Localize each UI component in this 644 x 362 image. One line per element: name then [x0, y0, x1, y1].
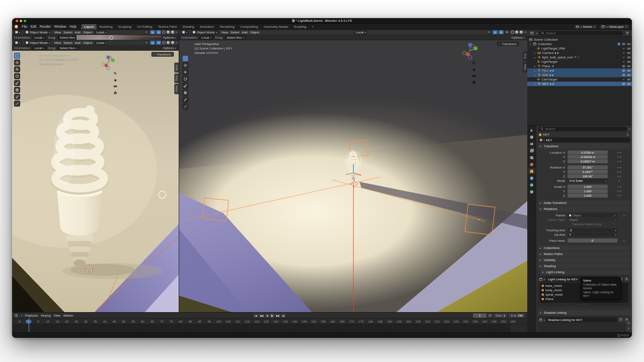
menu-view[interactable]: View — [54, 31, 61, 34]
outliner-row-light-bulb-spiral-root[interactable]: ▸ light_bulb_spiral_root 1 — [527, 55, 632, 60]
orientation-value-dropdown[interactable]: Local▾ — [32, 46, 46, 50]
camera-visibility-icon[interactable] — [627, 64, 631, 68]
camera-visibility-icon[interactable] — [627, 60, 631, 64]
frame-tick[interactable]: 10 — [43, 320, 53, 323]
frame-tick[interactable]: 145 — [299, 320, 309, 323]
frame-tick[interactable]: 85 — [186, 320, 195, 323]
camera-visibility-icon[interactable] — [627, 56, 631, 59]
panel-collections[interactable]: ▸Collections — [538, 245, 630, 251]
pivot-point-button[interactable]: ⊙ — [487, 30, 491, 34]
cursor-tool[interactable] — [182, 62, 188, 68]
shading-wireframe-button[interactable] — [162, 41, 165, 44]
outliner-row-scene-collection[interactable]: Scene Collection — [527, 37, 632, 42]
clock-icon[interactable] — [14, 314, 18, 317]
frame-tick[interactable]: 210 — [423, 320, 433, 323]
rotation-mode-dropdown[interactable]: XYZ Euler▾ — [568, 179, 608, 183]
frame-tick[interactable]: 240 — [480, 320, 489, 323]
current-frame-field[interactable]: 1 — [473, 313, 487, 318]
frame-tick[interactable]: 140 — [290, 320, 299, 323]
shading-rendered-button[interactable] — [175, 32, 178, 33]
camera-visibility-icon[interactable] — [627, 82, 631, 86]
outliner-search[interactable] — [539, 31, 623, 35]
expand-caret[interactable]: ▸ — [533, 65, 536, 68]
editor-type-button[interactable]: ▾ — [181, 30, 189, 35]
eye-closed-icon[interactable] — [622, 51, 625, 55]
eye-icon[interactable] — [622, 69, 625, 72]
viewport-left-canvas[interactable]: Camera Perspective (1) Scene Collection … — [12, 51, 179, 312]
panel-delta-transform[interactable]: ▸Delta Transform — [538, 200, 630, 206]
frame-tick[interactable]: 80 — [176, 320, 186, 323]
tab-output[interactable] — [528, 141, 535, 147]
frame-tick[interactable]: 115 — [242, 320, 252, 323]
location-z-field[interactable]: 0.15927 m — [568, 159, 608, 163]
properties-search[interactable] — [538, 127, 627, 131]
duplicate-collection-button[interactable]: ❐ — [618, 317, 623, 322]
pin-icon[interactable]: ◎ — [626, 133, 629, 136]
viewlayer-selector[interactable]: ▾ ViewLayer ❐ — [599, 25, 630, 29]
tab-uv-editing[interactable]: UV Editing — [134, 24, 155, 29]
cursor-tool[interactable] — [14, 60, 20, 66]
expand-caret[interactable]: ▸ — [533, 82, 536, 85]
jump-to-start-button[interactable]: |◀ — [254, 313, 258, 318]
filter-options-icon[interactable]: ▾ — [629, 128, 630, 130]
mode-dropdown[interactable]: Object Mode▾ — [24, 30, 52, 35]
select-box-tool[interactable] — [182, 56, 188, 62]
menu-marker[interactable]: Marker — [63, 314, 73, 317]
shading-wireframe-button[interactable] — [511, 31, 514, 34]
mode-dropdown[interactable]: Object Mode▾ — [24, 41, 52, 45]
shading-wireframe-button[interactable] — [162, 31, 165, 34]
scale-z-field[interactable]: 1.000 — [568, 193, 608, 197]
outliner-row-plane[interactable]: ▸ Plane — [527, 64, 632, 68]
tab-modeling[interactable]: Modeling — [97, 24, 115, 29]
tab-texture-paint[interactable]: Texture Paint — [155, 24, 180, 29]
blender-logo-icon[interactable] — [14, 25, 18, 29]
orientation-dropdown[interactable]: Local▾ — [354, 30, 367, 35]
camera-visibility-icon[interactable] — [627, 78, 631, 81]
scene-selector[interactable]: ▾ Scene ✕ — [574, 25, 598, 29]
rotate-tool[interactable] — [182, 76, 188, 82]
viewport-center-canvas[interactable]: User Perspective (1) Scene Collection | … — [179, 40, 527, 312]
shading-solid-button[interactable] — [515, 31, 518, 34]
mode-dropdown[interactable]: Object Mode▾ — [191, 30, 219, 35]
panel-visibility[interactable]: ▸Visibility — [538, 257, 630, 263]
menu-object[interactable]: Object — [83, 41, 92, 45]
prev-keyframe-button[interactable]: ◀◀ — [259, 313, 264, 318]
frame-end-field[interactable]: End250 — [509, 313, 525, 318]
eye-closed-icon[interactable] — [622, 60, 625, 64]
outliner-display-mode-button[interactable] — [529, 31, 535, 35]
tab-animation[interactable]: Animation — [197, 24, 217, 29]
tab-physics[interactable] — [528, 182, 535, 188]
menu-add[interactable]: Add — [75, 41, 80, 45]
shading-rendered-button[interactable] — [524, 32, 526, 33]
options-button[interactable]: Options▾ — [161, 36, 177, 40]
frame-tick[interactable]: 110 — [233, 320, 243, 323]
tab-compositing[interactable]: Compositing — [237, 24, 261, 29]
menu-view[interactable]: View — [221, 31, 228, 34]
frame-tick[interactable]: 150 — [309, 320, 318, 323]
outliner-row-camera[interactable]: ▸ Camera — [527, 51, 632, 55]
shading-solid-button[interactable] — [167, 41, 170, 44]
eye-icon[interactable] — [622, 82, 625, 86]
menu-edit[interactable]: Edit — [29, 25, 38, 29]
navigation-gizmo[interactable] — [100, 54, 117, 72]
sidebar-tab-view[interactable]: View — [174, 84, 179, 94]
move-tool[interactable] — [14, 66, 20, 72]
sidebar-tab-view[interactable]: View — [523, 62, 527, 72]
menu-select[interactable]: Select — [64, 31, 72, 34]
frame-tick[interactable]: 175 — [356, 320, 366, 323]
outliner-row-lighttarget[interactable]: LightTarget — [527, 60, 632, 64]
timeline-ruler[interactable]: -515101520253035404550556065707580859095… — [12, 319, 527, 324]
rotation-y-field[interactable]: 3.1637° — [568, 170, 608, 174]
show-gizmo-toggle[interactable]: ⊞ — [505, 30, 510, 34]
frame-tick[interactable]: 5 — [33, 320, 43, 323]
menu-object[interactable]: Object — [250, 31, 259, 34]
frame-tick[interactable]: 95 — [204, 320, 214, 323]
menu-add[interactable]: Add — [242, 31, 248, 34]
shading-material-button[interactable] — [520, 31, 523, 34]
frame-tick[interactable]: 15 — [52, 320, 62, 323]
scale-tool[interactable] — [182, 83, 188, 89]
location-x-field[interactable]: 0.3706 m — [568, 150, 608, 154]
unlink-scene-icon[interactable]: ✕ — [593, 25, 596, 29]
tab-world[interactable] — [528, 161, 535, 167]
menu-render[interactable]: Render — [38, 25, 52, 29]
